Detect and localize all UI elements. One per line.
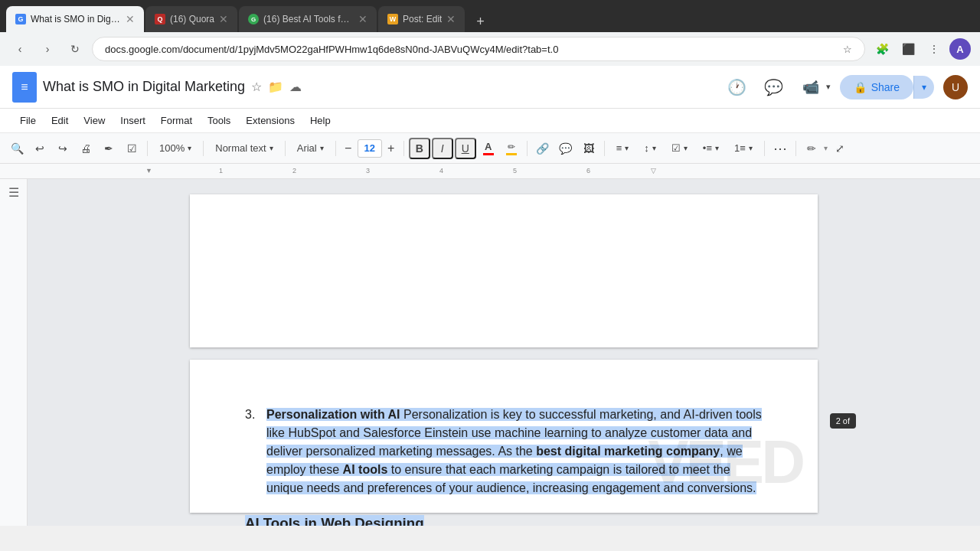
link-button[interactable]: 🔗 bbox=[532, 138, 554, 159]
italic-button[interactable]: I bbox=[432, 138, 453, 159]
docs-logo: ≡ bbox=[12, 72, 37, 103]
menu-extensions[interactable]: Extensions bbox=[238, 112, 302, 129]
history-icon[interactable]: 🕐 bbox=[724, 73, 751, 101]
spacing-dropdown[interactable]: ↕ ▾ bbox=[637, 140, 663, 156]
doc-scroll[interactable]: 3. Personalization with AI Personalizati… bbox=[28, 179, 980, 526]
forward-button[interactable]: › bbox=[37, 38, 58, 60]
editing-mode-caret[interactable]: ▾ bbox=[824, 144, 828, 152]
docs-header: ≡ What is SMO in Digital Marketing ☆ 📁 ☁… bbox=[0, 66, 980, 109]
separator-5 bbox=[403, 141, 404, 156]
highlight-button[interactable]: ✏ bbox=[501, 138, 522, 159]
style-value: Normal text bbox=[215, 142, 266, 154]
folder-icon[interactable]: 📁 bbox=[268, 80, 283, 94]
style-caret: ▾ bbox=[270, 144, 273, 152]
meet-video-icon[interactable]: 📹 bbox=[797, 73, 825, 101]
underline-button[interactable]: U bbox=[455, 138, 476, 159]
separator-7 bbox=[604, 141, 605, 156]
print-button[interactable]: 🖨 bbox=[75, 138, 96, 159]
extensions-icon[interactable]: 🧩 bbox=[871, 38, 893, 60]
menu-insert[interactable]: Insert bbox=[113, 112, 153, 129]
reload-button[interactable]: ↻ bbox=[64, 38, 86, 60]
profile-avatar[interactable]: A bbox=[949, 38, 971, 60]
toolbar: 🔍 ↩ ↪ 🖨 ✒ ☑ 100% ▾ Normal text ▾ Arial ▾… bbox=[0, 133, 980, 164]
paint-format-button[interactable]: ✒ bbox=[98, 138, 119, 159]
menu-edit[interactable]: Edit bbox=[44, 112, 76, 129]
comment-icon[interactable]: 💬 bbox=[760, 73, 788, 101]
tab-close-1[interactable]: ✕ bbox=[126, 13, 135, 25]
back-button[interactable]: ‹ bbox=[9, 38, 31, 60]
ruler-marker-right: ▽ bbox=[651, 167, 656, 174]
font-size-decrease[interactable]: − bbox=[341, 139, 356, 158]
text-color-button[interactable]: A bbox=[478, 138, 499, 159]
undo-button[interactable]: ↩ bbox=[29, 138, 51, 159]
new-tab-button[interactable]: + bbox=[469, 11, 491, 32]
align-icon: ≡ bbox=[616, 142, 622, 154]
tab-1[interactable]: G What is SMO in Digital Marke... ✕ bbox=[6, 6, 144, 32]
align-caret: ▾ bbox=[625, 144, 629, 152]
menu-tools[interactable]: Tools bbox=[200, 112, 238, 129]
numbering-icon: 1≡ bbox=[734, 142, 746, 154]
doc-page-main: 3. Personalization with AI Personalizati… bbox=[190, 360, 818, 513]
user-avatar[interactable]: U bbox=[943, 75, 968, 99]
separator-2 bbox=[203, 141, 204, 156]
cloud-icon[interactable]: ☁ bbox=[289, 80, 302, 94]
menu-help[interactable]: Help bbox=[302, 112, 338, 129]
menu-file[interactable]: File bbox=[12, 112, 44, 129]
outline-icon[interactable]: ☰ bbox=[8, 185, 19, 200]
document-title[interactable]: What is SMO in Digital Marketing bbox=[43, 79, 245, 95]
font-size-value[interactable]: 12 bbox=[358, 139, 382, 158]
more-options-button[interactable]: ⋯ bbox=[769, 138, 791, 159]
image-button[interactable]: 🖼 bbox=[578, 138, 599, 159]
menu-view[interactable]: View bbox=[76, 112, 113, 129]
docs-title-area: What is SMO in Digital Marketing ☆ 📁 ☁ bbox=[43, 79, 717, 95]
font-size-increase[interactable]: + bbox=[384, 139, 399, 158]
docs-app: ≡ What is SMO in Digital Marketing ☆ 📁 ☁… bbox=[0, 66, 980, 526]
editing-mode-button[interactable]: ✏ bbox=[801, 138, 822, 159]
search-button[interactable]: 🔍 bbox=[6, 138, 28, 159]
comment-button[interactable]: 💬 bbox=[555, 138, 577, 159]
spacing-caret: ▾ bbox=[652, 144, 656, 152]
address-text: docs.google.com/document/d/1pyjMdv5MO22g… bbox=[105, 44, 837, 55]
bullets-dropdown[interactable]: •≡ ▾ bbox=[696, 140, 726, 156]
ruler-content: ▼ 1 2 3 4 5 6 ▽ bbox=[145, 164, 758, 178]
separator-3 bbox=[285, 141, 286, 156]
expand-button[interactable]: ⤢ bbox=[829, 138, 851, 159]
tab-close-3[interactable]: ✕ bbox=[358, 13, 368, 25]
doc-sidebar: ☰ bbox=[0, 179, 28, 526]
tab-title-2: (16) Quora bbox=[170, 14, 214, 24]
numbering-dropdown[interactable]: 1≡ ▾ bbox=[727, 140, 760, 156]
bold-button[interactable]: B bbox=[409, 138, 430, 159]
history-icon[interactable]: ⬛ bbox=[897, 38, 919, 60]
tab-title-4: Post: Edit bbox=[403, 14, 442, 24]
menu-format[interactable]: Format bbox=[153, 112, 200, 129]
meet-caret[interactable]: ▾ bbox=[826, 82, 831, 92]
spell-check-button[interactable]: ☑ bbox=[121, 138, 142, 159]
share-button[interactable]: 🔒 Share bbox=[840, 75, 913, 99]
separator-9 bbox=[795, 141, 796, 156]
checklist-dropdown[interactable]: ☑ ▾ bbox=[665, 140, 694, 156]
font-dropdown[interactable]: Arial ▾ bbox=[290, 140, 331, 156]
zoom-dropdown[interactable]: 100% ▾ bbox=[152, 140, 198, 156]
style-dropdown[interactable]: Normal text ▾ bbox=[208, 140, 279, 156]
tab-close-4[interactable]: ✕ bbox=[446, 13, 456, 25]
star-icon[interactable]: ☆ bbox=[251, 80, 262, 94]
tab-2[interactable]: Q (16) Quora ✕ bbox=[145, 6, 237, 32]
share-dropdown-button[interactable]: ▾ bbox=[913, 76, 934, 99]
bullets-icon: •≡ bbox=[703, 142, 712, 154]
tab-close-2[interactable]: ✕ bbox=[219, 13, 228, 25]
address-box[interactable]: docs.google.com/document/d/1pyjMdv5MO22g… bbox=[92, 37, 865, 61]
menu-bar: File Edit View Insert Format Tools Exten… bbox=[0, 109, 980, 133]
bookmark-icon[interactable]: ☆ bbox=[843, 44, 852, 55]
ruler-num-4: 4 bbox=[439, 167, 443, 174]
spacing-icon: ↕ bbox=[644, 142, 649, 154]
redo-button[interactable]: ↪ bbox=[52, 138, 74, 159]
tab-4[interactable]: W Post: Edit ✕ bbox=[378, 6, 465, 32]
ruler-num-6: 6 bbox=[586, 167, 590, 174]
separator-1 bbox=[147, 141, 148, 156]
align-dropdown[interactable]: ≡ ▾ bbox=[609, 140, 636, 156]
tab-3[interactable]: G (16) Best AI Tools for Digital M... ✕ bbox=[239, 6, 377, 32]
more-options-icon[interactable]: ⋮ bbox=[923, 38, 945, 60]
separator-6 bbox=[527, 141, 528, 156]
doc-area: ☰ 3. Personalization with AI Personaliza… bbox=[0, 179, 980, 526]
doc-page-top bbox=[190, 194, 818, 347]
